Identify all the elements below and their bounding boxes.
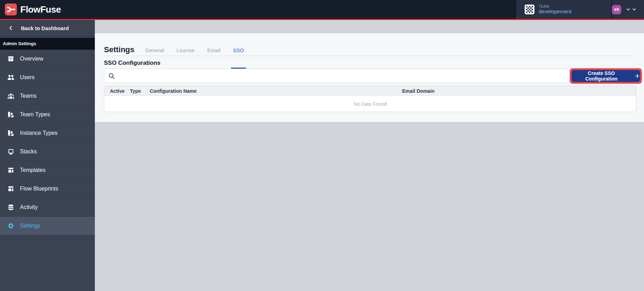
column-header-configuration-name: Configuration Name bbox=[144, 88, 397, 94]
sidebar-item-label: Templates bbox=[20, 167, 46, 173]
sidebar-item-users[interactable]: Users bbox=[0, 68, 95, 87]
column-header-email-domain: Email Domain bbox=[397, 88, 636, 94]
chevron-left-icon bbox=[8, 26, 13, 30]
sidebar-item-label: Stacks bbox=[20, 148, 37, 155]
settings-tabs: General License Email SSO bbox=[134, 47, 245, 56]
sidebar-item-activity[interactable]: Activity bbox=[0, 198, 95, 217]
users-icon bbox=[7, 74, 15, 81]
sidebar-item-label: Flow Blueprints bbox=[20, 186, 58, 192]
tab-sso[interactable]: SSO bbox=[232, 47, 246, 56]
back-label: Back to Dashboard bbox=[21, 25, 69, 31]
cog-icon bbox=[7, 222, 15, 230]
template-icon bbox=[7, 185, 15, 193]
database-icon bbox=[7, 203, 15, 211]
sidebar-item-stacks[interactable]: Stacks bbox=[0, 143, 95, 161]
archive-icon bbox=[7, 55, 15, 63]
admin-sidebar: Back to Dashboard Admin Settings Overvie… bbox=[0, 20, 95, 291]
color-swatch-icon bbox=[7, 111, 15, 118]
sidebar-item-overview[interactable]: Overview bbox=[0, 50, 95, 68]
template-icon bbox=[7, 166, 15, 174]
sidebar-item-label: Team Types bbox=[20, 111, 50, 118]
sso-configurations-table: Active Type Configuration Name Email Dom… bbox=[104, 86, 636, 112]
app-header: FlowFuse TEAM: developement bbox=[0, 0, 644, 19]
team-name: developement bbox=[539, 8, 572, 14]
sidebar-item-label: Users bbox=[20, 74, 35, 81]
user-menu[interactable]: sh bbox=[612, 0, 641, 19]
create-sso-configuration-button[interactable]: Create SSO Configuration bbox=[572, 70, 640, 82]
settings-panel: Settings General License Email SSO SSO C… bbox=[95, 33, 644, 122]
sidebar-nav: Overview Users Teams Team Types Instance… bbox=[0, 50, 95, 235]
team-label: TEAM: bbox=[539, 5, 572, 9]
team-info: TEAM: developement bbox=[539, 5, 572, 15]
sidebar-item-label: Teams bbox=[20, 93, 36, 99]
search-box bbox=[104, 69, 569, 83]
sidebar-item-templates[interactable]: Templates bbox=[0, 161, 95, 180]
brand-name: FlowFuse bbox=[20, 4, 61, 15]
team-avatar bbox=[525, 5, 534, 14]
user-group-icon bbox=[7, 92, 15, 100]
flowfuse-logo-icon bbox=[5, 4, 17, 15]
plus-icon bbox=[635, 73, 640, 79]
empty-state-text: No Data Found bbox=[104, 96, 636, 112]
sidebar-item-settings[interactable]: Settings bbox=[0, 217, 95, 235]
desktop-icon bbox=[7, 148, 15, 155]
user-avatar[interactable]: sh bbox=[612, 5, 621, 14]
back-to-dashboard[interactable]: Back to Dashboard bbox=[0, 20, 95, 36]
column-header-type: Type bbox=[124, 88, 144, 94]
sidebar-item-label: Overview bbox=[20, 56, 43, 62]
tab-general[interactable]: General bbox=[144, 47, 165, 56]
table-header-row: Active Type Configuration Name Email Dom… bbox=[104, 86, 636, 96]
sidebar-item-label: Settings bbox=[20, 223, 40, 229]
search-icon bbox=[108, 72, 115, 79]
sidebar-item-instance-types[interactable]: Instance Types bbox=[0, 124, 95, 143]
sidebar-section-label: Admin Settings bbox=[0, 38, 95, 50]
tabs-divider bbox=[104, 56, 636, 56]
sidebar-item-label: Instance Types bbox=[20, 130, 57, 136]
chevron-down-icon[interactable] bbox=[625, 7, 631, 12]
sidebar-item-teams[interactable]: Teams bbox=[0, 87, 95, 105]
color-swatch-icon bbox=[7, 129, 15, 137]
search-input[interactable] bbox=[118, 69, 569, 83]
tab-license[interactable]: License bbox=[175, 47, 196, 56]
sidebar-item-team-types[interactable]: Team Types bbox=[0, 105, 95, 124]
page-title: Settings bbox=[104, 45, 134, 54]
sidebar-item-flow-blueprints[interactable]: Flow Blueprints bbox=[0, 180, 95, 198]
sidebar-item-label: Activity bbox=[20, 204, 38, 210]
tab-email[interactable]: Email bbox=[206, 47, 222, 56]
create-sso-configuration-label: Create SSO Configuration bbox=[572, 70, 631, 82]
annotation-highlight: Create SSO Configuration bbox=[570, 68, 642, 84]
section-title: SSO Configurations bbox=[104, 60, 161, 67]
accent-line bbox=[0, 19, 644, 20]
column-header-active: Active bbox=[104, 88, 124, 94]
